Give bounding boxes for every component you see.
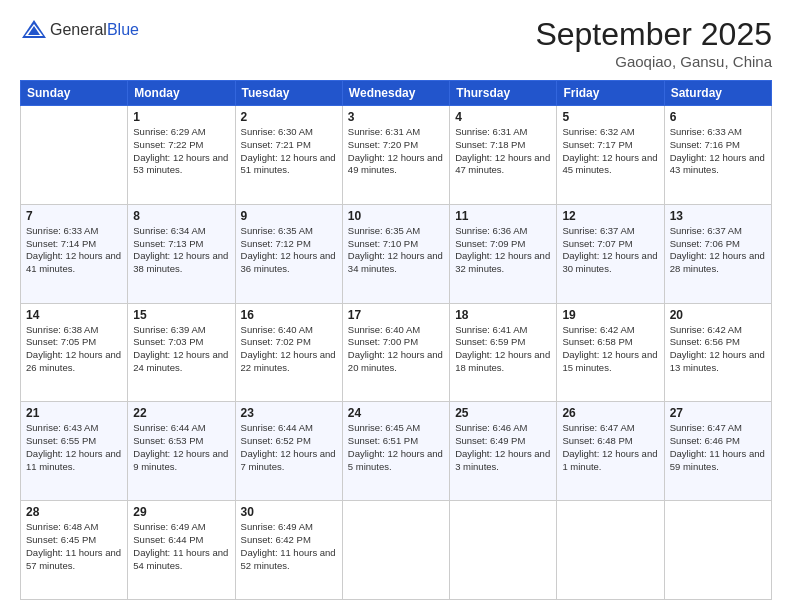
- cell-info: Sunrise: 6:41 AM Sunset: 6:59 PM Dayligh…: [455, 324, 551, 375]
- day-number: 4: [455, 110, 551, 124]
- cell-info: Sunrise: 6:29 AM Sunset: 7:22 PM Dayligh…: [133, 126, 229, 177]
- day-number: 17: [348, 308, 444, 322]
- calendar-cell: 30Sunrise: 6:49 AM Sunset: 6:42 PM Dayli…: [235, 501, 342, 600]
- cell-info: Sunrise: 6:35 AM Sunset: 7:12 PM Dayligh…: [241, 225, 337, 276]
- calendar-cell: 16Sunrise: 6:40 AM Sunset: 7:02 PM Dayli…: [235, 303, 342, 402]
- cell-info: Sunrise: 6:42 AM Sunset: 6:56 PM Dayligh…: [670, 324, 766, 375]
- cell-info: Sunrise: 6:31 AM Sunset: 7:18 PM Dayligh…: [455, 126, 551, 177]
- logo-text: GeneralBlue: [50, 21, 139, 39]
- day-number: 21: [26, 406, 122, 420]
- cell-info: Sunrise: 6:35 AM Sunset: 7:10 PM Dayligh…: [348, 225, 444, 276]
- calendar-cell: 28Sunrise: 6:48 AM Sunset: 6:45 PM Dayli…: [21, 501, 128, 600]
- logo: GeneralBlue: [20, 16, 139, 44]
- calendar-header-row: Sunday Monday Tuesday Wednesday Thursday…: [21, 81, 772, 106]
- cell-info: Sunrise: 6:40 AM Sunset: 7:02 PM Dayligh…: [241, 324, 337, 375]
- cell-info: Sunrise: 6:49 AM Sunset: 6:42 PM Dayligh…: [241, 521, 337, 572]
- cell-info: Sunrise: 6:31 AM Sunset: 7:20 PM Dayligh…: [348, 126, 444, 177]
- calendar-cell: 14Sunrise: 6:38 AM Sunset: 7:05 PM Dayli…: [21, 303, 128, 402]
- day-number: 20: [670, 308, 766, 322]
- logo-icon: [20, 16, 48, 44]
- calendar-cell: 11Sunrise: 6:36 AM Sunset: 7:09 PM Dayli…: [450, 204, 557, 303]
- calendar-week-1: 1Sunrise: 6:29 AM Sunset: 7:22 PM Daylig…: [21, 106, 772, 205]
- cell-info: Sunrise: 6:32 AM Sunset: 7:17 PM Dayligh…: [562, 126, 658, 177]
- logo-general-text: General: [50, 21, 107, 39]
- calendar-cell: 7Sunrise: 6:33 AM Sunset: 7:14 PM Daylig…: [21, 204, 128, 303]
- calendar-cell: [557, 501, 664, 600]
- calendar-cell: 9Sunrise: 6:35 AM Sunset: 7:12 PM Daylig…: [235, 204, 342, 303]
- calendar-cell: [450, 501, 557, 600]
- cell-info: Sunrise: 6:38 AM Sunset: 7:05 PM Dayligh…: [26, 324, 122, 375]
- col-wednesday: Wednesday: [342, 81, 449, 106]
- col-monday: Monday: [128, 81, 235, 106]
- day-number: 22: [133, 406, 229, 420]
- cell-info: Sunrise: 6:46 AM Sunset: 6:49 PM Dayligh…: [455, 422, 551, 473]
- header: GeneralBlue September 2025 Gaoqiao, Gans…: [20, 16, 772, 70]
- cell-info: Sunrise: 6:42 AM Sunset: 6:58 PM Dayligh…: [562, 324, 658, 375]
- cell-info: Sunrise: 6:45 AM Sunset: 6:51 PM Dayligh…: [348, 422, 444, 473]
- day-number: 8: [133, 209, 229, 223]
- calendar-cell: 6Sunrise: 6:33 AM Sunset: 7:16 PM Daylig…: [664, 106, 771, 205]
- day-number: 1: [133, 110, 229, 124]
- day-number: 2: [241, 110, 337, 124]
- calendar-cell: 13Sunrise: 6:37 AM Sunset: 7:06 PM Dayli…: [664, 204, 771, 303]
- day-number: 7: [26, 209, 122, 223]
- calendar-cell: [342, 501, 449, 600]
- calendar-cell: 4Sunrise: 6:31 AM Sunset: 7:18 PM Daylig…: [450, 106, 557, 205]
- day-number: 14: [26, 308, 122, 322]
- day-number: 9: [241, 209, 337, 223]
- day-number: 26: [562, 406, 658, 420]
- calendar-cell: 3Sunrise: 6:31 AM Sunset: 7:20 PM Daylig…: [342, 106, 449, 205]
- col-thursday: Thursday: [450, 81, 557, 106]
- cell-info: Sunrise: 6:48 AM Sunset: 6:45 PM Dayligh…: [26, 521, 122, 572]
- day-number: 11: [455, 209, 551, 223]
- calendar-cell: 19Sunrise: 6:42 AM Sunset: 6:58 PM Dayli…: [557, 303, 664, 402]
- calendar-cell: 29Sunrise: 6:49 AM Sunset: 6:44 PM Dayli…: [128, 501, 235, 600]
- calendar-cell: [664, 501, 771, 600]
- cell-info: Sunrise: 6:47 AM Sunset: 6:46 PM Dayligh…: [670, 422, 766, 473]
- title-block: September 2025 Gaoqiao, Gansu, China: [535, 16, 772, 70]
- calendar-cell: 24Sunrise: 6:45 AM Sunset: 6:51 PM Dayli…: [342, 402, 449, 501]
- day-number: 6: [670, 110, 766, 124]
- cell-info: Sunrise: 6:44 AM Sunset: 6:53 PM Dayligh…: [133, 422, 229, 473]
- calendar-cell: 12Sunrise: 6:37 AM Sunset: 7:07 PM Dayli…: [557, 204, 664, 303]
- calendar-cell: 21Sunrise: 6:43 AM Sunset: 6:55 PM Dayli…: [21, 402, 128, 501]
- page: GeneralBlue September 2025 Gaoqiao, Gans…: [0, 0, 792, 612]
- calendar-cell: 2Sunrise: 6:30 AM Sunset: 7:21 PM Daylig…: [235, 106, 342, 205]
- cell-info: Sunrise: 6:39 AM Sunset: 7:03 PM Dayligh…: [133, 324, 229, 375]
- col-sunday: Sunday: [21, 81, 128, 106]
- cell-info: Sunrise: 6:49 AM Sunset: 6:44 PM Dayligh…: [133, 521, 229, 572]
- calendar-week-3: 14Sunrise: 6:38 AM Sunset: 7:05 PM Dayli…: [21, 303, 772, 402]
- day-number: 19: [562, 308, 658, 322]
- day-number: 29: [133, 505, 229, 519]
- calendar-week-4: 21Sunrise: 6:43 AM Sunset: 6:55 PM Dayli…: [21, 402, 772, 501]
- calendar-cell: 15Sunrise: 6:39 AM Sunset: 7:03 PM Dayli…: [128, 303, 235, 402]
- cell-info: Sunrise: 6:33 AM Sunset: 7:14 PM Dayligh…: [26, 225, 122, 276]
- calendar-table: Sunday Monday Tuesday Wednesday Thursday…: [20, 80, 772, 600]
- calendar-cell: 17Sunrise: 6:40 AM Sunset: 7:00 PM Dayli…: [342, 303, 449, 402]
- calendar-week-2: 7Sunrise: 6:33 AM Sunset: 7:14 PM Daylig…: [21, 204, 772, 303]
- day-number: 13: [670, 209, 766, 223]
- logo-blue-text: Blue: [107, 21, 139, 39]
- day-number: 25: [455, 406, 551, 420]
- calendar-cell: 18Sunrise: 6:41 AM Sunset: 6:59 PM Dayli…: [450, 303, 557, 402]
- day-number: 3: [348, 110, 444, 124]
- calendar-cell: [21, 106, 128, 205]
- cell-info: Sunrise: 6:44 AM Sunset: 6:52 PM Dayligh…: [241, 422, 337, 473]
- cell-info: Sunrise: 6:37 AM Sunset: 7:07 PM Dayligh…: [562, 225, 658, 276]
- location: Gaoqiao, Gansu, China: [535, 53, 772, 70]
- day-number: 12: [562, 209, 658, 223]
- month-title: September 2025: [535, 16, 772, 53]
- cell-info: Sunrise: 6:47 AM Sunset: 6:48 PM Dayligh…: [562, 422, 658, 473]
- day-number: 18: [455, 308, 551, 322]
- day-number: 10: [348, 209, 444, 223]
- cell-info: Sunrise: 6:43 AM Sunset: 6:55 PM Dayligh…: [26, 422, 122, 473]
- col-friday: Friday: [557, 81, 664, 106]
- calendar-cell: 1Sunrise: 6:29 AM Sunset: 7:22 PM Daylig…: [128, 106, 235, 205]
- calendar-cell: 22Sunrise: 6:44 AM Sunset: 6:53 PM Dayli…: [128, 402, 235, 501]
- calendar-cell: 10Sunrise: 6:35 AM Sunset: 7:10 PM Dayli…: [342, 204, 449, 303]
- col-tuesday: Tuesday: [235, 81, 342, 106]
- col-saturday: Saturday: [664, 81, 771, 106]
- cell-info: Sunrise: 6:34 AM Sunset: 7:13 PM Dayligh…: [133, 225, 229, 276]
- day-number: 27: [670, 406, 766, 420]
- day-number: 30: [241, 505, 337, 519]
